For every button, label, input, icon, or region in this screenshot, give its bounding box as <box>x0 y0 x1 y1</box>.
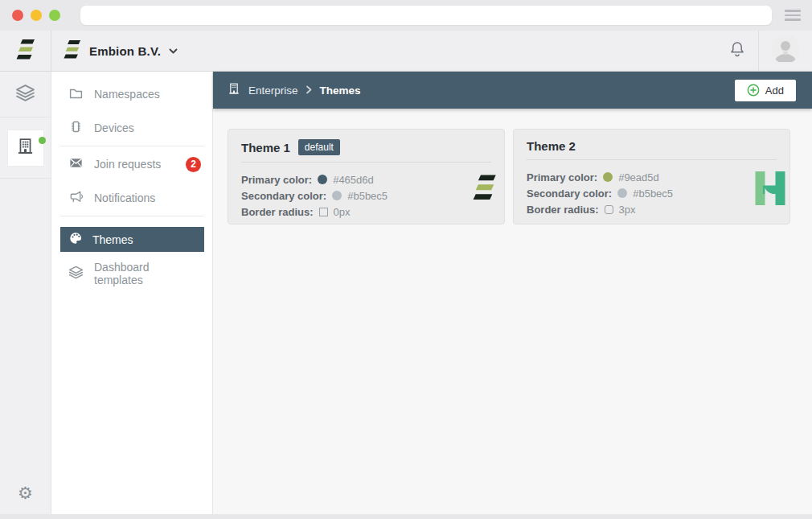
border-radius-value: 0px <box>334 206 351 218</box>
rail-item-dashboards[interactable] <box>0 72 51 117</box>
card-divider <box>527 159 777 160</box>
embion-logo-icon <box>64 39 81 63</box>
theme-title: Theme 2 <box>527 139 576 153</box>
sidebar-item-label: Namespaces <box>94 88 201 101</box>
maximize-button[interactable] <box>49 10 60 21</box>
avatar <box>771 35 800 67</box>
window-controls <box>12 10 60 21</box>
megaphone-icon <box>68 189 84 207</box>
secondary-color-swatch <box>617 188 627 198</box>
notifications-bell-button[interactable] <box>716 31 758 71</box>
sidebar-item-themes[interactable]: Themes <box>60 227 204 252</box>
border-radius-label: Border radius: <box>241 206 314 218</box>
bell-icon <box>728 40 746 62</box>
brand-logo-cell[interactable] <box>0 31 51 71</box>
layers-icon <box>68 265 84 282</box>
chevron-right-icon <box>306 83 313 97</box>
secondary-color-label: Secondary color: <box>241 190 326 202</box>
building-icon <box>16 137 35 159</box>
browser-menu-icon[interactable] <box>785 10 801 21</box>
chip-icon <box>68 119 84 137</box>
sidebar-item-label: Dashboard templates <box>94 261 201 286</box>
close-button[interactable] <box>12 10 23 21</box>
organization-switcher[interactable]: Embion B.V. <box>51 39 178 63</box>
building-icon <box>228 82 240 98</box>
layers-icon <box>15 83 35 106</box>
sidebar-item-namespaces[interactable]: Namespaces <box>51 77 212 111</box>
user-menu-button[interactable] <box>759 31 812 71</box>
secondary-color-value: #b5bec5 <box>347 190 388 202</box>
sidebar-item-label: Devices <box>94 122 201 134</box>
h-logo <box>754 171 786 208</box>
add-button-label: Add <box>765 84 784 97</box>
primary-color-swatch <box>603 172 613 182</box>
sidebar-item-label: Themes <box>92 233 196 246</box>
embion-logo <box>473 174 497 204</box>
organization-name: Embion B.V. <box>89 44 161 58</box>
sidebar-item-label: Join requests <box>94 158 175 171</box>
card-divider <box>241 162 491 163</box>
breadcrumb-bar: Enterprise Themes Add <box>213 72 812 109</box>
url-bar[interactable] <box>80 6 772 25</box>
plus-circle-icon <box>747 84 760 97</box>
embion-logo-icon <box>16 39 35 64</box>
palette-icon <box>68 231 83 248</box>
main-panel: Enterprise Themes Add <box>213 72 812 514</box>
rail-item-enterprise[interactable] <box>0 117 51 179</box>
browser-chrome <box>0 0 812 31</box>
app-header: Embion B.V. <box>0 31 812 72</box>
border-radius-swatch <box>319 208 328 216</box>
breadcrumb-current: Themes <box>320 84 361 97</box>
online-status-dot <box>39 137 46 144</box>
sidebar-item-notifications[interactable]: Notifications <box>51 181 212 215</box>
primary-color-label: Primary color: <box>241 174 312 186</box>
themes-list: Theme 1 default Primary color: #465d6d S… <box>213 109 812 224</box>
sidebar-divider <box>60 216 204 216</box>
folder-icon <box>68 85 84 103</box>
default-badge: default <box>298 139 340 155</box>
border-radius-swatch <box>605 205 613 214</box>
sidebar-divider <box>60 146 204 146</box>
border-radius-label: Border radius: <box>527 204 599 216</box>
sidebar-item-dashboard-templates[interactable]: Dashboard templates <box>51 257 212 290</box>
primary-color-label: Primary color: <box>527 171 597 183</box>
envelope-icon <box>68 155 84 173</box>
chevron-down-icon <box>169 43 178 58</box>
sidebar: Namespaces Devices <box>51 72 213 514</box>
breadcrumb-root[interactable]: Enterprise <box>248 84 298 97</box>
minimize-button[interactable] <box>31 10 42 21</box>
primary-color-swatch <box>318 175 327 184</box>
sidebar-item-label: Notifications <box>94 192 201 204</box>
sidebar-item-join-requests[interactable]: Join requests 2 <box>51 147 212 181</box>
add-theme-button[interactable]: Add <box>735 80 796 101</box>
primary-color-value: #9ead5d <box>618 171 659 183</box>
sidebar-item-devices[interactable]: Devices <box>51 111 212 145</box>
primary-color-value: #465d6d <box>333 174 374 186</box>
border-radius-value: 3px <box>619 204 636 216</box>
theme-card-1[interactable]: Theme 1 default Primary color: #465d6d S… <box>228 129 505 224</box>
enterprise-active-tile <box>8 130 43 166</box>
theme-title: Theme 1 <box>241 141 290 154</box>
theme-card-2[interactable]: Theme 2 Primary color: #9ead5d Secondary… <box>513 129 790 224</box>
join-requests-count-badge: 2 <box>186 157 201 172</box>
secondary-color-value: #b5bec5 <box>633 187 673 200</box>
app-window: Embion B.V. <box>0 31 812 514</box>
icon-rail: ⚙ <box>0 72 51 514</box>
settings-gear-icon[interactable]: ⚙ <box>0 484 51 503</box>
secondary-color-swatch <box>332 191 342 200</box>
secondary-color-label: Secondary color: <box>527 187 612 200</box>
